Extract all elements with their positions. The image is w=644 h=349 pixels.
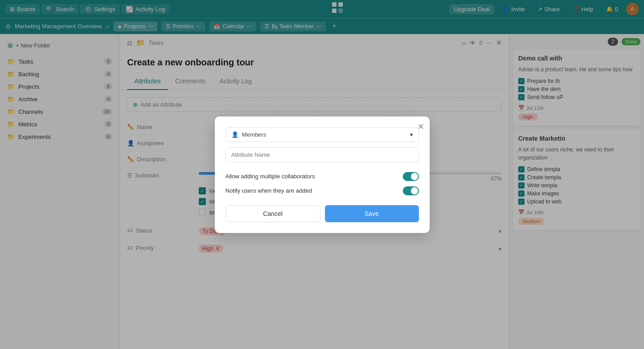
members-icon: 👤 [231, 131, 239, 138]
toggle-multiple-collaborators[interactable] [403, 172, 419, 181]
modal-overlay: ✕ 👤 Members ▾ Allow adding multiple coll… [0, 0, 644, 349]
toggle-row-2: Notify users when they are added [226, 184, 419, 198]
modal-type-select[interactable]: 👤 Members ▾ [226, 127, 419, 142]
modal-close-btn[interactable]: ✕ [418, 122, 424, 132]
toggle-1-label: Allow adding multiple collaborators [226, 173, 315, 180]
chevron-down-icon: ▾ [410, 131, 413, 138]
attribute-name-input[interactable] [226, 147, 419, 162]
toggle-2-label: Notify users when they are added [226, 187, 312, 194]
save-button[interactable]: Save [325, 205, 419, 222]
modal-select-label: Members [242, 131, 266, 138]
toggle-notify-users[interactable] [403, 186, 419, 195]
cancel-button[interactable]: Cancel [226, 205, 320, 222]
toggle-row-1: Allow adding multiple collaborators [226, 169, 419, 184]
modal-add-attribute: ✕ 👤 Members ▾ Allow adding multiple coll… [215, 116, 430, 233]
modal-actions: Cancel Save [226, 205, 419, 222]
